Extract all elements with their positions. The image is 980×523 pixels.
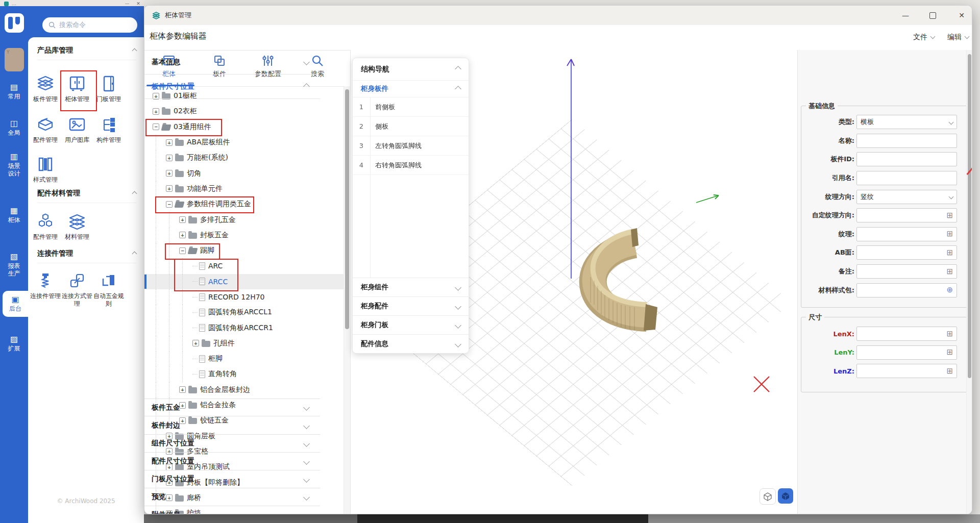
lenz-field[interactable]: ⊞	[856, 364, 957, 378]
wireframe-view-button[interactable]	[760, 488, 776, 505]
library-item-auto-hardware-rule[interactable]: 自动五金规则	[93, 271, 124, 308]
minimize-button[interactable]: —	[895, 6, 916, 25]
chevron-down-icon[interactable]	[303, 59, 310, 65]
expand-icon[interactable]	[179, 386, 186, 393]
collapse-icon[interactable]	[132, 251, 137, 256]
tree-scrollbar[interactable]	[344, 86, 351, 514]
structure-row[interactable]: 2 侧板	[353, 117, 469, 136]
tree-item[interactable]: 03通用组件	[144, 119, 344, 135]
structure-section-body-doors[interactable]: 柜身门板	[353, 315, 469, 334]
section-preview[interactable]: 预览	[144, 488, 320, 506]
chevron-down-icon[interactable]	[303, 476, 310, 483]
expand-icon[interactable]	[166, 155, 173, 161]
tree-item[interactable]: ABA层板组件	[144, 135, 344, 150]
leny-field[interactable]: ⊞	[856, 345, 957, 360]
panel-id-field[interactable]	[856, 152, 957, 166]
calculator-icon[interactable]: ⊞	[946, 268, 953, 276]
add-icon[interactable]: ⊕	[946, 286, 953, 294]
section-component-size-position[interactable]: 组件尺寸位置	[144, 435, 320, 453]
chevron-down-icon[interactable]	[455, 322, 461, 329]
structure-section-body-components[interactable]: 柜身组件	[353, 278, 469, 296]
calculator-icon[interactable]: ⊞	[946, 249, 953, 257]
chevron-down-icon[interactable]	[303, 422, 310, 429]
rail-item-extension[interactable]: ▨ 扩展	[0, 335, 28, 353]
maximize-button[interactable]	[922, 6, 943, 25]
tree-item[interactable]: 圆弧转角板ARCCL1	[144, 305, 344, 320]
rail-item-backend[interactable]: ▣ 后台	[3, 291, 28, 317]
structure-section-accessory-info[interactable]: 配件信息	[353, 334, 469, 353]
tree-item[interactable]: 柜脚	[144, 351, 344, 366]
tree-item[interactable]: 功能单元件	[144, 181, 344, 196]
tree-item-selected[interactable]: ARCC	[144, 274, 344, 289]
type-select[interactable]: 横板	[856, 115, 957, 129]
rail-item-scene-design[interactable]: ▥ 场景设计	[0, 152, 28, 178]
library-item-connector-mgmt[interactable]: 连接件管理	[30, 271, 61, 308]
rail-item-cabinet[interactable]: ▦ 柜体	[0, 206, 28, 224]
library-item-style-mgmt[interactable]: 样式管理	[30, 155, 61, 184]
tree-item[interactable]: 孔组件	[144, 336, 344, 351]
properties-scrollbar[interactable]	[966, 50, 972, 514]
tree-item[interactable]: 万能柜(系统)	[144, 150, 344, 165]
expand-icon[interactable]	[166, 170, 173, 177]
command-search-input[interactable]: 搜索命令	[42, 17, 137, 33]
section-header-product-library[interactable]: 产品库管理	[37, 46, 136, 60]
structure-row[interactable]: 1 前侧板	[353, 97, 469, 117]
library-item-component-mgmt[interactable]: 构件管理	[93, 115, 124, 144]
chevron-down-icon[interactable]	[455, 341, 461, 347]
solid-view-button[interactable]	[778, 488, 793, 504]
library-item-user-gallery[interactable]: 用户图库	[62, 115, 92, 144]
tree-item[interactable]: RECORD 12H70	[144, 289, 344, 305]
expand-icon[interactable]	[153, 108, 159, 115]
rail-item-quanju[interactable]: ◫ 全局	[0, 119, 28, 137]
section-attachment-info[interactable]: 附件信息	[144, 506, 320, 514]
calculator-icon[interactable]: ⊞	[946, 230, 953, 238]
chevron-down-icon[interactable]	[303, 458, 310, 465]
collapse-icon[interactable]	[132, 191, 137, 196]
name-field[interactable]	[856, 134, 957, 148]
section-accessory-size-position[interactable]: 配件尺寸位置	[144, 453, 320, 470]
library-item-connection-type-mgmt[interactable]: 连接方式管理	[62, 271, 92, 308]
library-item-accessory-mgmt[interactable]: 配件管理	[30, 212, 61, 241]
window-titlebar[interactable]: 柜体管理	[144, 6, 972, 25]
lenx-field[interactable]: ⊞	[856, 327, 957, 341]
chevron-down-icon[interactable]	[303, 494, 310, 501]
calculator-icon[interactable]: ⊞	[946, 330, 953, 338]
avatar[interactable]: Y	[5, 48, 24, 71]
tree-item[interactable]: 圆弧转角板ARCCR1	[144, 320, 344, 335]
grain-field[interactable]: ⊞	[856, 227, 957, 241]
structure-row[interactable]: 3 左转角圆弧脚线	[353, 136, 469, 156]
calculator-icon[interactable]: ⊞	[946, 367, 953, 375]
custom-grain-direction-field[interactable]: ⊞	[856, 208, 957, 222]
background-close-button[interactable]: ✕	[133, 1, 144, 6]
expand-icon[interactable]	[166, 139, 173, 146]
tree-item[interactable]: 踢脚	[144, 243, 344, 258]
tree-item[interactable]: 封板五金	[144, 228, 344, 243]
edit-menu[interactable]: 编辑	[947, 33, 969, 42]
chevron-down-icon[interactable]	[303, 404, 310, 411]
rail-item-report[interactable]: ▧ 报表生产	[0, 252, 28, 278]
library-item-section-mgmt[interactable]: 配件管理	[30, 115, 61, 144]
chevron-down-icon[interactable]	[303, 512, 310, 514]
structure-nav-header[interactable]: 结构导航	[353, 58, 469, 81]
chevron-down-icon[interactable]	[303, 440, 310, 447]
collapse-icon[interactable]	[132, 48, 137, 53]
collapse-icon[interactable]	[455, 66, 461, 72]
collapse-icon[interactable]	[153, 123, 159, 130]
tree-item[interactable]: 直角转角	[144, 366, 344, 382]
ab-face-field[interactable]: ⊞	[856, 245, 957, 260]
tree-item[interactable]: 切角	[144, 165, 344, 181]
close-button[interactable]: ✕	[951, 6, 972, 25]
material-style-pack-field[interactable]: ⊕	[856, 283, 957, 297]
file-menu[interactable]: 文件	[913, 33, 935, 42]
rail-item-changyong[interactable]: ▤ 常用	[0, 83, 28, 101]
expand-icon[interactable]	[179, 232, 186, 238]
section-panel-edgeband[interactable]: 板件封边	[144, 417, 320, 435]
grain-direction-select[interactable]: 竖纹	[856, 190, 957, 204]
chevron-up-icon[interactable]	[303, 83, 310, 90]
section-panel-hardware[interactable]: 板件五金	[144, 399, 320, 416]
reference-name-field[interactable]	[856, 171, 957, 185]
collapse-icon[interactable]	[166, 201, 173, 208]
tree-item[interactable]: 参数组件调用类五金	[144, 196, 344, 212]
chevron-down-icon[interactable]	[455, 303, 461, 310]
section-basic-info[interactable]: 基本信息	[144, 50, 320, 74]
